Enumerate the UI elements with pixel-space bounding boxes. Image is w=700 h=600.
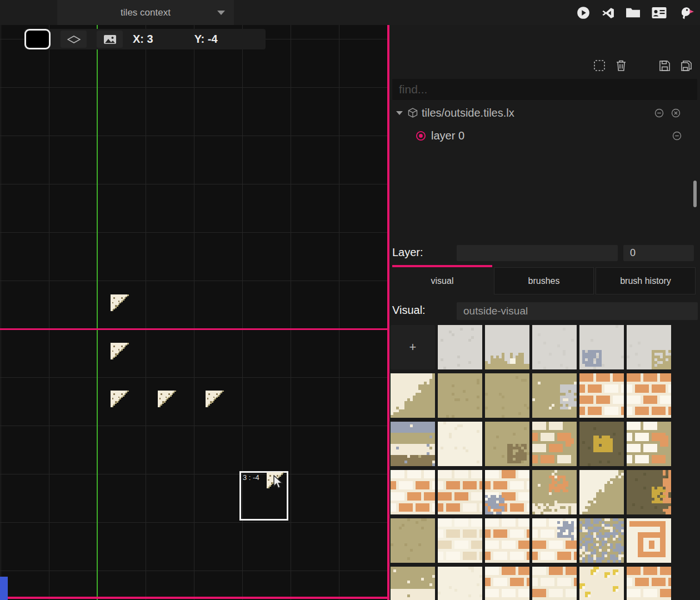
palette-tile[interactable]	[532, 325, 577, 369]
x-axis-line	[0, 328, 387, 330]
tab-brushes-label: brushes	[528, 276, 560, 286]
tab-visual[interactable]: visual	[392, 267, 492, 294]
add-tile-button[interactable]: +	[391, 325, 435, 369]
cursor-x-coordinate: X: 3	[133, 33, 153, 46]
palette-tile[interactable]	[532, 567, 577, 600]
palette-tile[interactable]	[391, 422, 435, 466]
context-dropdown-label: tiles context	[121, 7, 171, 18]
cursor-y-coordinate: Y: -4	[194, 33, 218, 46]
palette-tile[interactable]	[579, 422, 624, 466]
placed-tile[interactable]	[109, 293, 133, 317]
layer-selected-radio[interactable]	[416, 131, 426, 143]
map-canvas[interactable]: X: 3 Y: -4 3 : -4	[0, 25, 389, 600]
caret-down-icon[interactable]	[396, 111, 403, 115]
visual-name-input[interactable]	[457, 302, 698, 320]
context-dropdown[interactable]: tiles context	[57, 0, 234, 25]
panel-scrollbar-thumb[interactable]	[693, 181, 697, 207]
palette-tile[interactable]	[438, 470, 482, 514]
palette-tile[interactable]	[579, 518, 624, 563]
find-input[interactable]	[392, 79, 697, 100]
palette-tile[interactable]	[485, 470, 529, 514]
palette-tile[interactable]	[438, 567, 482, 600]
palette-tile[interactable]	[485, 567, 529, 600]
palette-tile[interactable]	[485, 518, 529, 563]
bird-logo-icon	[678, 5, 694, 21]
top-menu-bar: tiles context	[0, 0, 700, 25]
palette-tile[interactable]	[579, 470, 624, 514]
palette-tile[interactable]	[532, 518, 577, 563]
layer-label: Layer:	[392, 246, 423, 259]
tile-palette: +	[391, 325, 671, 600]
vscode-button[interactable]	[601, 4, 615, 21]
bird-logo-button[interactable]	[678, 4, 694, 21]
palette-tile[interactable]	[579, 325, 624, 369]
tile-editor-window: tiles context	[0, 0, 700, 600]
tree-layer-label: layer 0	[431, 129, 464, 142]
tab-brush-history[interactable]: brush history	[596, 267, 696, 294]
visual-label: Visual:	[392, 304, 426, 317]
palette-tile[interactable]	[485, 422, 529, 466]
layer-index-input[interactable]	[623, 245, 694, 261]
palette-tile[interactable]	[438, 518, 482, 563]
collapse-file-button[interactable]	[654, 108, 664, 120]
palette-tile[interactable]	[627, 422, 671, 466]
palette-tile[interactable]	[391, 518, 435, 563]
tab-brushes[interactable]: brushes	[494, 267, 594, 294]
trash-icon	[616, 59, 627, 72]
palette-tile[interactable]	[627, 518, 671, 563]
palette-tile[interactable]	[579, 567, 624, 600]
palette-tile[interactable]	[532, 470, 577, 514]
scrollbar-corner	[0, 577, 8, 600]
save-all-button[interactable]	[681, 60, 692, 74]
placed-tile[interactable]	[204, 389, 228, 413]
palette-tile[interactable]	[391, 373, 435, 418]
tree-item-layer[interactable]: layer 0	[389, 128, 700, 144]
level-boundary-bottom	[0, 597, 389, 599]
diamond-icon	[67, 36, 81, 43]
tab-visual-label: visual	[431, 276, 454, 286]
shape-tool-button[interactable]	[61, 31, 87, 48]
palette-tile[interactable]	[438, 422, 482, 466]
chevron-down-icon	[217, 11, 225, 15]
tree-file-label: tiles/outside.tiles.lx	[422, 107, 514, 119]
palette-tile[interactable]	[485, 325, 529, 369]
circle-minus-icon	[672, 131, 682, 141]
layer-name-input[interactable]	[457, 245, 618, 261]
palette-tile[interactable]	[627, 373, 671, 418]
palette-tile[interactable]	[627, 325, 671, 369]
contact-card-icon	[651, 7, 667, 19]
play-button[interactable]	[576, 4, 591, 21]
save-button[interactable]	[659, 60, 671, 74]
dashed-selection-icon	[593, 59, 606, 72]
active-tile-tool-button[interactable]	[24, 29, 51, 49]
palette-tile[interactable]	[579, 373, 624, 418]
palette-tile[interactable]	[485, 373, 529, 418]
open-folder-button[interactable]	[626, 4, 641, 21]
tree-item-file[interactable]: tiles/outside.tiles.lx	[389, 105, 700, 122]
placed-tile[interactable]	[109, 341, 133, 366]
palette-tile[interactable]	[438, 373, 482, 418]
image-tool-button[interactable]	[97, 31, 123, 48]
close-file-button[interactable]	[671, 108, 681, 120]
palette-tile[interactable]	[532, 373, 577, 418]
palette-tile[interactable]	[391, 567, 435, 600]
placed-tile[interactable]	[109, 389, 133, 413]
package-icon	[407, 107, 418, 121]
save-icon	[659, 60, 671, 72]
image-icon	[103, 34, 117, 44]
panel-header-actions	[593, 59, 692, 74]
level-boundary-right	[387, 25, 389, 600]
palette-tile[interactable]	[438, 325, 482, 369]
placed-tile[interactable]	[156, 389, 181, 413]
play-icon	[576, 6, 591, 20]
canvas-toolbar: X: 3 Y: -4	[24, 29, 266, 49]
selection-mode-button[interactable]	[593, 59, 606, 74]
collapse-layer-button[interactable]	[672, 131, 682, 143]
delete-button[interactable]	[616, 59, 627, 74]
circle-minus-icon	[654, 108, 664, 118]
palette-tile[interactable]	[627, 567, 671, 600]
palette-tile[interactable]	[391, 470, 435, 514]
palette-tile[interactable]	[627, 470, 671, 514]
contact-card-button[interactable]	[651, 4, 667, 21]
palette-tile[interactable]	[532, 422, 577, 466]
